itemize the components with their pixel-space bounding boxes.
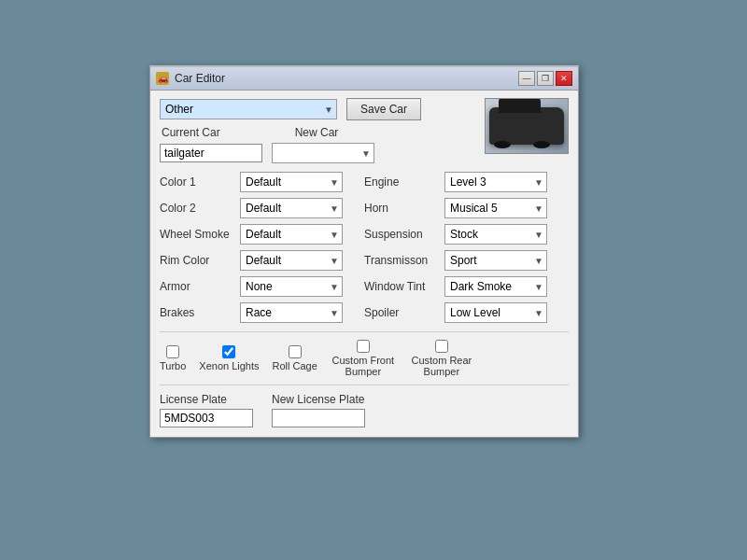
new-car-select[interactable] — [272, 143, 374, 163]
armor-label: Armor — [160, 280, 234, 293]
custom-front-bumper-checkbox-item[interactable]: Custom Front Bumper — [331, 340, 396, 377]
top-left: Other Sports Muscle Off-road ▼ Save Car … — [160, 98, 475, 163]
xenon-lights-label: Xenon Lights — [199, 360, 259, 371]
car-preview-shape — [489, 107, 564, 145]
suspension-dropdown-wrapper: StockLoweredStreetSport ▼ — [444, 224, 547, 245]
horn-label: Horn — [364, 202, 439, 215]
engine-label: Engine — [364, 175, 439, 189]
xenon-lights-checkbox[interactable] — [222, 345, 235, 358]
new-license-group: New License Plate — [272, 393, 365, 427]
horn-select[interactable]: StockMusical 1Musical 2Musical 3Musical … — [444, 198, 547, 218]
suspension-label: Suspension — [364, 228, 439, 241]
custom-front-bumper-label: Custom Front Bumper — [331, 355, 396, 377]
color2-select[interactable]: DefaultRedBlue — [240, 198, 343, 218]
title-controls: — ❐ ✕ — [518, 71, 572, 86]
engine-row: Engine StockLevel 1Level 2Level 3Level 4… — [364, 171, 569, 193]
save-car-button[interactable]: Save Car — [346, 98, 421, 120]
window-title: Car Editor — [175, 72, 225, 85]
xenon-lights-checkbox-item[interactable]: Xenon Lights — [199, 345, 259, 371]
new-car-dropdown-wrapper: ▼ — [272, 143, 374, 163]
roll-cage-checkbox[interactable] — [289, 345, 302, 358]
roll-cage-label: Roll Cage — [273, 360, 317, 371]
fields-grid: Color 1 DefaultRedBlue ▼ Color 2 Default… — [160, 171, 569, 324]
rim-color-select[interactable]: Default — [240, 250, 343, 271]
suspension-row: Suspension StockLoweredStreetSport ▼ — [364, 223, 569, 245]
license-section: License Plate New License Plate — [160, 393, 569, 427]
main-controls-row: Other Sports Muscle Off-road ▼ Save Car — [160, 98, 475, 120]
wheel-smoke-row: Wheel Smoke Default ▼ — [160, 223, 364, 245]
category-dropdown-wrapper: Other Sports Muscle Off-road ▼ — [160, 99, 337, 119]
title-bar-left: 🚗 Car Editor — [156, 72, 225, 85]
spoiler-select[interactable]: NoneLow LevelHigh Level — [444, 302, 547, 323]
category-select[interactable]: Other Sports Muscle Off-road — [160, 99, 337, 119]
transmission-select[interactable]: StockStreetSportRace — [444, 250, 547, 271]
close-button[interactable]: ✕ — [556, 71, 572, 86]
spoiler-row: Spoiler NoneLow LevelHigh Level ▼ — [364, 301, 569, 324]
spoiler-dropdown-wrapper: NoneLow LevelHigh Level ▼ — [444, 302, 547, 323]
window-icon: 🚗 — [156, 72, 169, 85]
rim-color-dropdown-wrapper: Default ▼ — [240, 250, 343, 271]
spoiler-label: Spoiler — [364, 306, 439, 319]
car-preview — [485, 98, 569, 154]
wheel-smoke-select[interactable]: Default — [240, 224, 343, 245]
wheel-smoke-label: Wheel Smoke — [160, 228, 234, 241]
new-car-label: New Car — [295, 126, 339, 139]
car-labels-row: Current Car New Car — [160, 126, 475, 139]
left-column: Color 1 DefaultRedBlue ▼ Color 2 Default… — [160, 171, 364, 324]
transmission-row: Transmisson StockStreetSportRace ▼ — [364, 249, 569, 272]
turbo-checkbox[interactable] — [166, 345, 179, 358]
turbo-label: Turbo — [160, 360, 186, 371]
rim-color-label: Rim Color — [160, 254, 234, 267]
custom-rear-bumper-checkbox-item[interactable]: Custom Rear Bumper — [409, 340, 474, 377]
engine-dropdown-wrapper: StockLevel 1Level 2Level 3Level 4 ▼ — [444, 172, 547, 192]
license-plate-label: License Plate — [160, 393, 253, 406]
title-bar: 🚗 Car Editor — ❐ ✕ — [150, 67, 578, 91]
brakes-label: Brakes — [160, 306, 234, 319]
wheel-smoke-dropdown-wrapper: Default ▼ — [240, 224, 343, 245]
brakes-dropdown-wrapper: StockStreetSportRace ▼ — [240, 302, 343, 323]
new-license-plate-input[interactable] — [272, 409, 365, 427]
color2-label: Color 2 — [160, 202, 234, 215]
new-license-plate-label: New License Plate — [272, 393, 365, 406]
window-tint-row: Window Tint NonePure BlackDark SmokeLigh… — [364, 275, 569, 298]
window-tint-dropdown-wrapper: NonePure BlackDark SmokeLight Smoke ▼ — [444, 276, 547, 297]
color1-select[interactable]: DefaultRedBlue — [240, 172, 343, 192]
restore-button[interactable]: ❐ — [537, 71, 554, 86]
armor-row: Armor None20%40% ▼ — [160, 275, 364, 298]
color1-dropdown-wrapper: DefaultRedBlue ▼ — [240, 172, 343, 192]
color1-row: Color 1 DefaultRedBlue ▼ — [160, 171, 364, 193]
license-plate-input[interactable] — [160, 409, 253, 427]
suspension-select[interactable]: StockLoweredStreetSport — [444, 224, 547, 245]
brakes-row: Brakes StockStreetSportRace ▼ — [160, 301, 364, 324]
current-car-input[interactable] — [160, 144, 262, 162]
custom-rear-bumper-label: Custom Rear Bumper — [409, 355, 474, 377]
minimize-button[interactable]: — — [518, 71, 535, 86]
roll-cage-checkbox-item[interactable]: Roll Cage — [273, 345, 317, 371]
horn-dropdown-wrapper: StockMusical 1Musical 2Musical 3Musical … — [444, 198, 547, 218]
top-area: Other Sports Muscle Off-road ▼ Save Car … — [160, 98, 569, 163]
rim-color-row: Rim Color Default ▼ — [160, 249, 364, 272]
window-tint-select[interactable]: NonePure BlackDark SmokeLight Smoke — [444, 276, 547, 297]
car-inputs-row: ▼ — [160, 143, 475, 163]
engine-select[interactable]: StockLevel 1Level 2Level 3Level 4 — [444, 172, 547, 192]
color2-dropdown-wrapper: DefaultRedBlue ▼ — [240, 198, 343, 218]
armor-dropdown-wrapper: None20%40% ▼ — [240, 276, 343, 297]
checkboxes-row: Turbo Xenon Lights Roll Cage Custom Fron… — [160, 331, 569, 385]
current-license-group: License Plate — [160, 393, 253, 427]
horn-row: Horn StockMusical 1Musical 2Musical 3Mus… — [364, 197, 569, 219]
window-body: Other Sports Muscle Off-road ▼ Save Car … — [150, 91, 578, 437]
custom-front-bumper-checkbox[interactable] — [357, 340, 370, 353]
brakes-select[interactable]: StockStreetSportRace — [240, 302, 343, 323]
car-editor-window: 🚗 Car Editor — ❐ ✕ Other Sports Muscle O… — [149, 65, 579, 438]
transmission-dropdown-wrapper: StockStreetSportRace ▼ — [444, 250, 547, 271]
custom-rear-bumper-checkbox[interactable] — [435, 340, 448, 353]
color1-label: Color 1 — [160, 175, 234, 189]
turbo-checkbox-item[interactable]: Turbo — [160, 345, 186, 371]
current-car-label: Current Car — [162, 126, 220, 139]
armor-select[interactable]: None20%40% — [240, 276, 343, 297]
window-tint-label: Window Tint — [364, 280, 439, 293]
color2-row: Color 2 DefaultRedBlue ▼ — [160, 197, 364, 219]
right-column: Engine StockLevel 1Level 2Level 3Level 4… — [364, 171, 569, 324]
transmission-label: Transmisson — [364, 254, 439, 267]
